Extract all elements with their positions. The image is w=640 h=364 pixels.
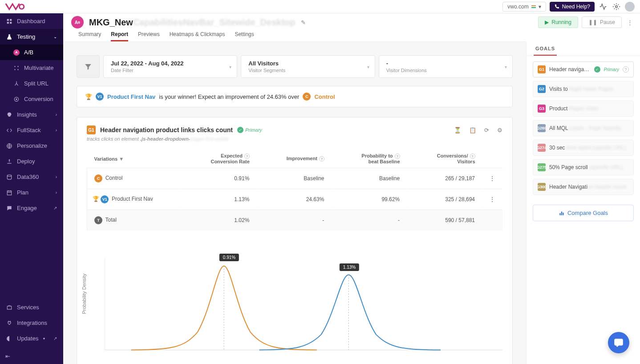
chevron-down-icon: ⌄ bbox=[53, 34, 57, 39]
goal-item-label: Product Pages Visits bbox=[549, 105, 629, 112]
goal-id-badge: G275 bbox=[538, 163, 546, 171]
intercom-launcher[interactable] bbox=[608, 332, 629, 353]
goal-item[interactable]: G2Visits to Night Hawk Pages bbox=[533, 81, 634, 97]
goal-item[interactable]: G1Header navigation p…✓Primary? bbox=[533, 61, 634, 77]
row-menu-button[interactable]: ⋮ bbox=[482, 189, 502, 210]
y-axis-label: Probability Density bbox=[81, 274, 87, 314]
filter-segment[interactable]: All Visitors Visitor Segments ▾ bbox=[241, 55, 375, 78]
need-help-button[interactable]: Need Help? bbox=[550, 2, 595, 12]
sidebar-services[interactable]: Services bbox=[0, 299, 63, 315]
filter-date[interactable]: Jul 22, 2022 - Aug 04, 2022 Date Filter … bbox=[103, 55, 237, 78]
sidebar-engage[interactable]: Engage↗ bbox=[0, 200, 63, 216]
tooltip-control: 0.91% bbox=[219, 254, 239, 261]
compare-goals-button[interactable]: Compare Goals bbox=[533, 205, 634, 221]
hourglass-icon[interactable]: ⏳ bbox=[454, 127, 461, 133]
goal-description: tracks clicks on element .js-header-drop… bbox=[87, 136, 502, 142]
filter-dim-value: - bbox=[386, 60, 505, 67]
sidebar-integrations[interactable]: Integrations bbox=[0, 315, 63, 331]
svg-point-10 bbox=[17, 66, 18, 67]
winner-variation-link[interactable]: Product First Nav bbox=[107, 93, 155, 100]
sidebar-plan[interactable]: Plan› bbox=[0, 185, 63, 200]
clipboard-icon[interactable]: 📋 bbox=[469, 127, 476, 133]
ab-icon: A bbox=[13, 49, 20, 56]
tab-summary[interactable]: Summary bbox=[78, 31, 101, 41]
sidebar-multivariate[interactable]: Multivariate bbox=[0, 60, 63, 76]
svg-point-16 bbox=[7, 174, 11, 176]
filter-date-label: Date Filter bbox=[111, 68, 230, 73]
svg-point-0 bbox=[20, 4, 24, 8]
sidebar-ab[interactable]: AA/B bbox=[0, 44, 63, 60]
collapse-sidebar-button[interactable]: ⇤ bbox=[5, 353, 10, 360]
table-row-total: T Total 1.02% - - 590 / 57,881 bbox=[87, 210, 502, 231]
caret-down-icon: ▾ bbox=[505, 64, 507, 69]
pause-icon: ❚❚ bbox=[588, 19, 597, 25]
control-link[interactable]: Control bbox=[314, 93, 335, 100]
c-pill: C bbox=[303, 93, 311, 101]
v1-pill: V1 bbox=[96, 93, 104, 101]
table-row-control: C Control 0.91% Baseline Baseline 265 / … bbox=[87, 168, 502, 189]
chevron-right-icon: › bbox=[56, 190, 57, 195]
help-icon[interactable]: ? bbox=[395, 154, 400, 159]
page-title: MKG_NewCapabilitiesNavBar_Sitewide_Deskt… bbox=[89, 17, 296, 28]
account-switcher[interactable]: vwo.com ▾ bbox=[502, 2, 546, 12]
goal-item[interactable]: G300Header Navigation header count bbox=[533, 179, 634, 195]
svg-rect-5 bbox=[7, 19, 9, 20]
sidebar-updates[interactable]: Updates●↗ bbox=[0, 331, 63, 346]
sidebar-fullstack[interactable]: FullStack› bbox=[0, 122, 63, 138]
svg-rect-26 bbox=[614, 339, 623, 345]
check-icon: ✓ bbox=[594, 66, 600, 73]
caret-down-icon: ▾ bbox=[367, 64, 369, 69]
external-icon: ↗ bbox=[53, 206, 57, 210]
sidebar-conversion[interactable]: Conversion bbox=[0, 91, 63, 107]
goal-item[interactable]: G27430 sec time spent (specific URL) bbox=[533, 140, 634, 156]
svg-point-11 bbox=[14, 69, 15, 70]
flag-icon bbox=[531, 4, 536, 9]
sidebar-dashboard[interactable]: Dashboard bbox=[0, 13, 63, 29]
refresh-icon[interactable]: ⟳ bbox=[484, 127, 489, 133]
sidebar-split-url[interactable]: Split URL bbox=[0, 76, 63, 91]
edit-title-icon[interactable]: ✎ bbox=[301, 19, 306, 26]
help-icon[interactable]: ? bbox=[470, 154, 475, 159]
table-row-v1: 🏆 V1 Product First Nav 1.13% 24.63% 99.6… bbox=[87, 189, 502, 210]
row-menu-button[interactable]: ⋮ bbox=[482, 168, 502, 189]
sidebar-personalize[interactable]: Personalize bbox=[0, 138, 63, 154]
tab-heatmaps[interactable]: Heatmaps & Clickmaps bbox=[170, 31, 225, 41]
goal-id-badge: G274 bbox=[538, 144, 546, 152]
sidebar-testing[interactable]: Testing⌄ bbox=[0, 29, 63, 44]
goal-item[interactable]: G3Product Pages Visits bbox=[533, 101, 634, 117]
tab-report[interactable]: Report bbox=[111, 31, 128, 41]
svg-rect-1 bbox=[531, 5, 536, 6]
avatar[interactable] bbox=[625, 2, 635, 12]
filter-dimensions[interactable]: - Visitor Dimensions ▾ bbox=[379, 55, 513, 78]
goals-tab[interactable]: GOALS bbox=[534, 42, 557, 56]
help-icon[interactable]: ? bbox=[319, 156, 324, 162]
tooltip-v1: 1.13% bbox=[340, 263, 359, 271]
running-button[interactable]: ▶Running bbox=[538, 16, 578, 28]
caret-down-icon: ▾ bbox=[229, 64, 231, 69]
winner-text: is your winner! Expect an improvement of… bbox=[159, 93, 299, 100]
primary-badge: ✓Primary bbox=[237, 127, 262, 133]
svg-rect-7 bbox=[7, 22, 9, 24]
goal-item-label: Header Navigation header count bbox=[549, 184, 629, 190]
activity-icon[interactable] bbox=[598, 2, 608, 12]
filter-funnel-button[interactable] bbox=[77, 55, 100, 78]
help-icon[interactable]: ? bbox=[244, 154, 250, 159]
filter-icon[interactable]: ▼ bbox=[119, 156, 124, 162]
gear-icon[interactable] bbox=[612, 2, 621, 12]
svg-rect-18 bbox=[7, 306, 11, 309]
vwo-logo[interactable] bbox=[5, 3, 25, 11]
goal-item[interactable]: G269All MQL Leads - Page Specific bbox=[533, 120, 634, 136]
tab-settings[interactable]: Settings bbox=[235, 31, 254, 41]
help-icon[interactable]: ? bbox=[623, 66, 629, 73]
tab-previews[interactable]: Previews bbox=[138, 31, 160, 41]
pause-button[interactable]: ❚❚Pause bbox=[582, 16, 622, 28]
more-menu-button[interactable]: ⋮ bbox=[625, 17, 635, 28]
goal-item[interactable]: G27550% Page scroll (specific URL) bbox=[533, 159, 634, 175]
sidebar-data360[interactable]: Data360› bbox=[0, 169, 63, 185]
gear-icon[interactable]: ⚙ bbox=[497, 127, 502, 133]
sidebar: Dashboard Testing⌄ AA/B Multivariate Spl… bbox=[0, 13, 63, 364]
svg-rect-23 bbox=[559, 213, 560, 215]
svg-point-4 bbox=[616, 5, 618, 8]
sidebar-deploy[interactable]: Deploy bbox=[0, 154, 63, 169]
sidebar-insights[interactable]: Insights› bbox=[0, 107, 63, 122]
